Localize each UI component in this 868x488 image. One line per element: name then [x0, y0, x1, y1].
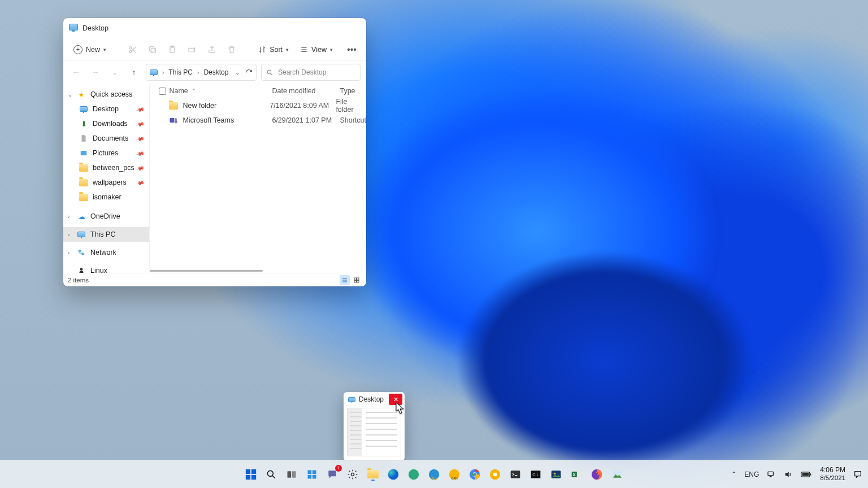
svg-rect-25: [288, 471, 292, 478]
sidebar-item-this-pc[interactable]: › This PC: [63, 227, 149, 242]
chevron-right-icon[interactable]: ›: [68, 232, 76, 238]
forward-button[interactable]: →: [88, 65, 103, 80]
clock[interactable]: 4:06 PM 8/5/2021: [820, 466, 845, 482]
sidebar-item-linux[interactable]: › Linux: [63, 263, 149, 273]
table-row[interactable]: New folder 7/16/2021 8:09 AM File folder: [150, 98, 366, 113]
file-explorer-window: Desktop + New ▾ Sort ▾ View ▾ ••• ← → ⌄: [63, 18, 366, 286]
excel-button[interactable]: X: [568, 466, 585, 483]
table-row[interactable]: Microsoft Teams 6/29/2021 1:07 PM Shortc…: [150, 113, 366, 128]
titlebar[interactable]: Desktop: [63, 18, 366, 38]
new-button[interactable]: + New ▾: [69, 41, 111, 59]
sidebar-item-onedrive[interactable]: › ☁ OneDrive: [63, 209, 149, 224]
onedrive-icon: ☁: [77, 212, 86, 221]
tray-overflow-button[interactable]: ⌃: [731, 470, 736, 478]
chevron-down-icon[interactable]: ⌄: [68, 91, 76, 98]
scrollbar-thumb[interactable]: [150, 270, 263, 272]
rename-button[interactable]: [184, 41, 201, 59]
system-tray: ⌃ ENG 4:06 PM 8/5/2021: [731, 466, 862, 482]
col-type[interactable]: Type: [340, 87, 366, 95]
paste-button[interactable]: [164, 41, 181, 59]
language-indicator[interactable]: ENG: [744, 470, 759, 478]
cut-button[interactable]: [124, 41, 142, 59]
details-view-button[interactable]: [340, 275, 350, 285]
pin-icon: 📌: [136, 104, 145, 114]
copy-button[interactable]: [144, 41, 162, 59]
this-pc-icon: [77, 230, 86, 239]
widgets-button[interactable]: [303, 466, 320, 483]
delete-button[interactable]: [223, 41, 241, 59]
terminal-button[interactable]: [507, 466, 524, 483]
thumbnails-view-button[interactable]: [351, 275, 362, 285]
refresh-button[interactable]: [245, 69, 253, 76]
chevron-down-icon[interactable]: ⌄: [235, 69, 240, 76]
search-input[interactable]: Search Desktop: [261, 64, 361, 81]
col-name[interactable]: Name: [169, 87, 188, 95]
search-button[interactable]: [263, 466, 280, 483]
window-title: Desktop: [83, 24, 108, 32]
edge-dev-button[interactable]: DEV: [426, 466, 442, 483]
sidebar-item-label: OneDrive: [90, 212, 120, 220]
task-view-button[interactable]: [283, 466, 300, 483]
sidebar-item-between-pcs[interactable]: between_pcs 📌: [63, 160, 149, 175]
sidebar-item-desktop[interactable]: Desktop 📌: [63, 102, 149, 116]
sidebar-item-documents[interactable]: Documents 📌: [63, 131, 149, 146]
firefox-button[interactable]: [588, 466, 605, 483]
teams-icon: [169, 116, 178, 125]
photos-button[interactable]: [548, 466, 565, 483]
file-date: 7/16/2021 8:09 AM: [270, 102, 336, 110]
sidebar-quick-access[interactable]: ⌄ ★ Quick access: [63, 87, 149, 102]
sidebar-item-wallpapers[interactable]: wallpapers 📌: [63, 175, 149, 190]
notifications-button[interactable]: [853, 470, 862, 479]
sidebar-item-network[interactable]: › Network: [63, 245, 149, 260]
chevron-right-icon[interactable]: ›: [68, 250, 76, 256]
image-viewer-button[interactable]: [609, 466, 626, 483]
svg-rect-30: [313, 474, 316, 478]
back-button[interactable]: ←: [69, 65, 84, 80]
svg-rect-23: [251, 474, 256, 479]
sidebar-item-downloads[interactable]: ⬇ Downloads 📌: [63, 116, 149, 131]
chrome-canary-button[interactable]: [487, 466, 504, 483]
breadcrumb-root[interactable]: This PC: [168, 68, 193, 76]
sort-icon: [258, 46, 266, 54]
start-button[interactable]: [242, 466, 259, 483]
preview-thumbnail[interactable]: [347, 408, 401, 456]
sort-button[interactable]: Sort ▾: [254, 41, 293, 59]
more-button[interactable]: •••: [343, 41, 361, 59]
breadcrumb-leaf[interactable]: Desktop: [203, 68, 228, 76]
up-button[interactable]: ↑: [127, 65, 141, 80]
chevron-down-icon: ▾: [103, 47, 106, 53]
select-all-checkbox[interactable]: [159, 88, 166, 95]
sidebar-item-label: Pictures: [93, 149, 118, 157]
edge-beta-button[interactable]: [405, 466, 422, 483]
chrome-button[interactable]: [466, 466, 483, 483]
sidebar-item-label: wallpapers: [93, 178, 127, 186]
preview-close-button[interactable]: ✕: [389, 394, 402, 405]
sidebar-item-isomaker[interactable]: isomaker: [63, 190, 149, 204]
edge-button[interactable]: [385, 466, 402, 483]
horizontal-scrollbar[interactable]: [150, 267, 366, 273]
pin-icon: 📌: [136, 178, 145, 187]
taskbar-preview[interactable]: Desktop ✕: [344, 392, 405, 461]
file-explorer-button[interactable]: [364, 466, 381, 483]
chevron-right-icon[interactable]: ›: [68, 213, 76, 220]
settings-button[interactable]: [344, 466, 361, 483]
pin-icon: 📌: [136, 163, 145, 172]
battery-icon[interactable]: [801, 471, 812, 478]
svg-rect-29: [308, 474, 312, 478]
sidebar-item-pictures[interactable]: Pictures 📌: [63, 146, 149, 160]
edge-canary-button[interactable]: CAN: [446, 466, 463, 483]
view-button[interactable]: View ▾: [296, 41, 337, 59]
chat-button[interactable]: 1: [324, 466, 341, 483]
cmd-button[interactable]: C:\: [527, 466, 544, 483]
recent-button[interactable]: ⌄: [107, 65, 122, 80]
svg-rect-21: [251, 469, 256, 473]
svg-rect-13: [170, 118, 175, 123]
network-icon[interactable]: [767, 470, 776, 479]
sidebar-item-label: isomaker: [93, 193, 121, 201]
status-item-count: 2 items: [68, 277, 89, 284]
col-date[interactable]: Date modified: [272, 87, 340, 95]
column-headers[interactable]: Name ⌃ Date modified Type: [150, 84, 366, 98]
address-bar[interactable]: › This PC › Desktop ⌄: [146, 64, 257, 81]
volume-icon[interactable]: [784, 470, 793, 479]
share-button[interactable]: [203, 41, 221, 59]
